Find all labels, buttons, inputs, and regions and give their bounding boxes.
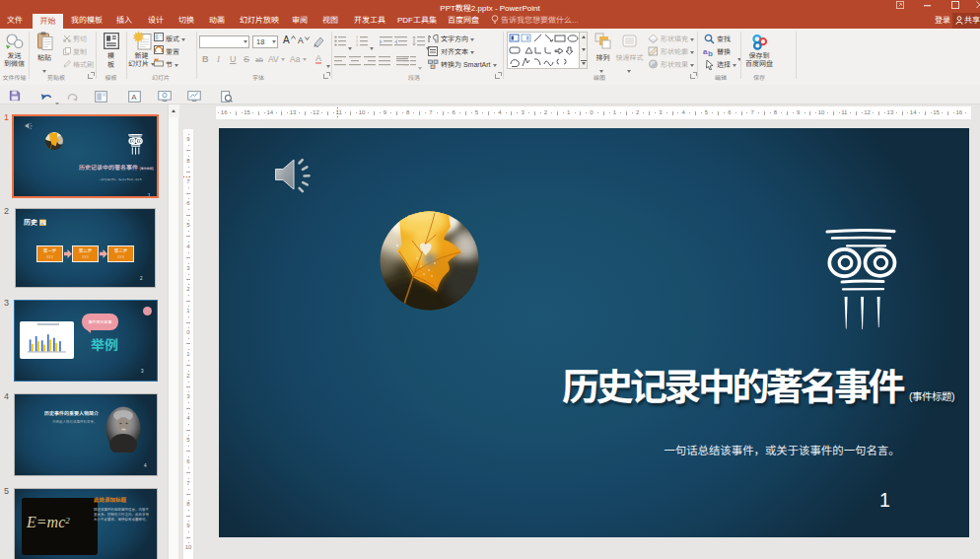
svg-text:A: A	[131, 93, 137, 102]
svg-text:b: b	[708, 49, 713, 57]
svg-text:3: 3	[356, 43, 358, 46]
